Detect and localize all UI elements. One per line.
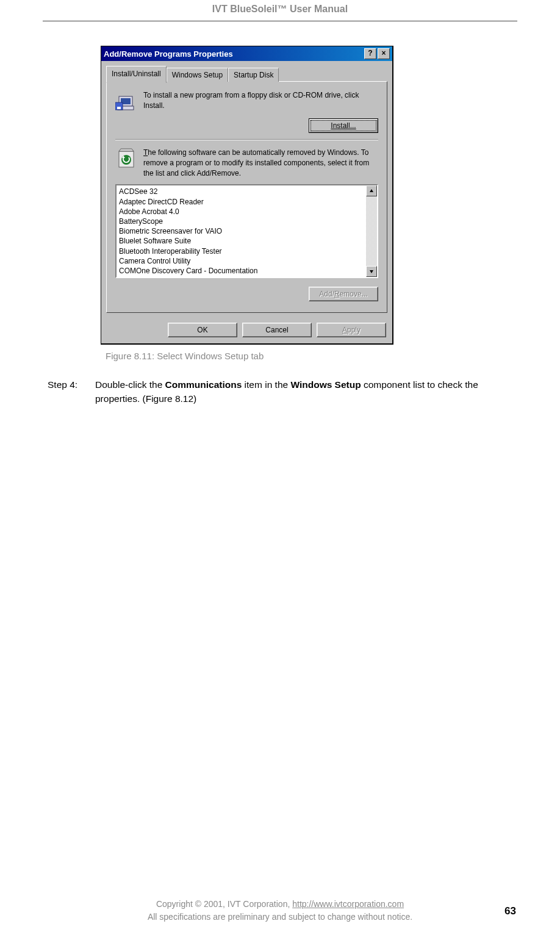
list-item[interactable]: COMOne Discovery Card - Documentation bbox=[119, 266, 364, 276]
list-item[interactable]: Bluetooth Interoperability Tester bbox=[119, 246, 364, 256]
tab-install-uninstall[interactable]: Install/Uninstall bbox=[106, 66, 167, 83]
list-item[interactable]: ACDSee 32 bbox=[119, 187, 364, 196]
tab-panel: To install a new program from a floppy d… bbox=[106, 81, 387, 313]
svg-rect-4 bbox=[117, 107, 121, 109]
figure-caption: Figure 8.11: Select Windows Setup tab bbox=[106, 351, 393, 361]
scroll-up-icon[interactable] bbox=[366, 185, 377, 196]
list-item[interactable]: Adaptec DirectCD Reader bbox=[119, 197, 364, 207]
remove-icon bbox=[115, 148, 137, 170]
titlebar: Add/Remove Programs Properties ? × bbox=[101, 46, 392, 61]
page-number: 63 bbox=[504, 905, 516, 917]
page-footer: Copyright © 2001, IVT Corporation, http:… bbox=[0, 898, 560, 923]
tab-startup-disk[interactable]: Startup Disk bbox=[228, 68, 279, 82]
close-button[interactable]: × bbox=[378, 48, 390, 59]
tabs: Install/Uninstall Windows Setup Startup … bbox=[106, 66, 387, 82]
tab-windows-setup[interactable]: Windows Setup bbox=[167, 68, 228, 82]
page-header-title: IVT BlueSoleil™ User Manual bbox=[0, 0, 560, 15]
svg-marker-6 bbox=[119, 149, 134, 151]
remove-text: The following software can be automatica… bbox=[143, 148, 378, 178]
program-list: ACDSee 32 Adaptec DirectCD Reader Adobe … bbox=[117, 185, 366, 277]
program-listbox[interactable]: ACDSee 32 Adaptec DirectCD Reader Adobe … bbox=[115, 184, 378, 278]
step-label: Step 4: bbox=[48, 378, 95, 406]
scrollbar[interactable] bbox=[366, 185, 377, 277]
scroll-track[interactable] bbox=[366, 196, 377, 266]
ok-button[interactable]: OK bbox=[168, 323, 237, 337]
add-remove-dialog: Add/Remove Programs Properties ? × Insta… bbox=[101, 46, 393, 345]
list-item[interactable]: Camera Control Utility bbox=[119, 256, 364, 266]
install-icon bbox=[115, 90, 137, 112]
header-rule bbox=[43, 21, 517, 21]
list-item[interactable]: Bluelet Software Suite bbox=[119, 236, 364, 246]
help-button[interactable]: ? bbox=[364, 48, 376, 59]
step-text: Double-click the Communications item in … bbox=[95, 378, 517, 406]
scroll-down-icon[interactable] bbox=[366, 266, 377, 277]
footer-link: http://www.ivtcorporation.com bbox=[292, 899, 404, 909]
cancel-button[interactable]: Cancel bbox=[242, 323, 312, 337]
separator bbox=[115, 139, 378, 140]
apply-button[interactable]: Apply bbox=[317, 323, 386, 337]
list-item[interactable]: Biometric Screensaver for VAIO bbox=[119, 226, 364, 236]
dialog-title: Add/Remove Programs Properties bbox=[104, 49, 233, 59]
figure: Add/Remove Programs Properties ? × Insta… bbox=[101, 46, 393, 361]
install-button[interactable]: Install... bbox=[309, 118, 378, 133]
install-button-label: Install... bbox=[331, 121, 356, 130]
step-4: Step 4: Double-click the Communications … bbox=[48, 378, 517, 406]
svg-marker-10 bbox=[370, 270, 373, 273]
list-item[interactable]: Adobe Acrobat 4.0 bbox=[119, 207, 364, 217]
list-item[interactable]: BatteryScope bbox=[119, 217, 364, 226]
add-remove-button[interactable]: Add/Remove... bbox=[309, 287, 378, 301]
install-text: To install a new program from a floppy d… bbox=[143, 90, 378, 112]
svg-marker-9 bbox=[370, 189, 373, 192]
